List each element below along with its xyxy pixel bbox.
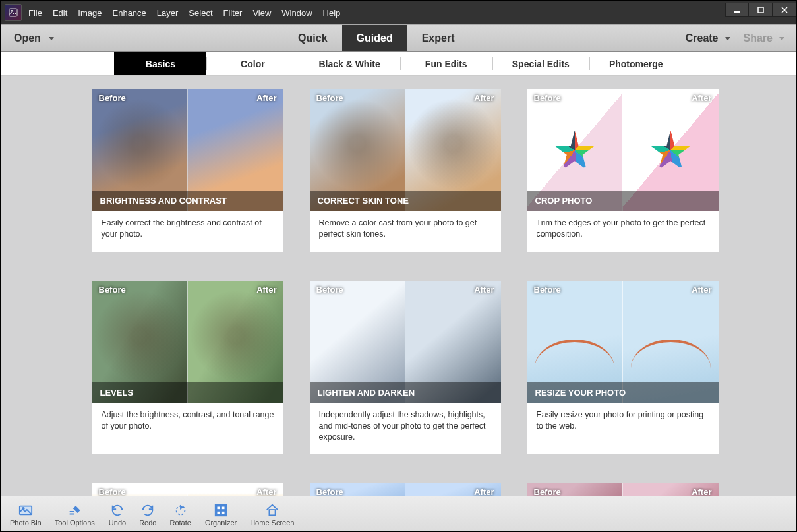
card-thumbnail: BeforeAfterCORRECT SKIN TONE bbox=[310, 89, 501, 211]
svg-rect-12 bbox=[217, 510, 221, 514]
card-title: CORRECT SKIN TONE bbox=[318, 196, 493, 206]
after-label: After bbox=[692, 285, 711, 295]
card-description: Easily correct the brightness and contra… bbox=[92, 211, 283, 252]
guided-card[interactable]: BeforeAfterRESIZE YOUR PHOTOEasily resiz… bbox=[527, 281, 719, 455]
guided-card[interactable]: BeforeAfterCROP PHOTOTrim the edges of y… bbox=[527, 89, 719, 252]
tool-options-icon bbox=[67, 503, 82, 517]
menu-edit[interactable]: Edit bbox=[53, 8, 67, 18]
guided-card[interactable]: BeforeAfterCORRECT SKIN TONERemove a col… bbox=[310, 89, 501, 252]
guided-card[interactable]: BeforeAfterLIGHTEN AND DARKENIndependent… bbox=[310, 281, 501, 455]
photo-bin-label: Photo Bin bbox=[10, 519, 42, 527]
photo-bin-icon bbox=[18, 503, 34, 517]
card-thumbnail: BeforeAfterCROP PHOTO bbox=[527, 89, 719, 211]
card-description: Adjust the brightness, contrast, and ton… bbox=[92, 403, 283, 444]
menu-view[interactable]: View bbox=[252, 8, 271, 18]
open-menu[interactable]: Open bbox=[1, 32, 67, 44]
tool-options-label: Tool Options bbox=[55, 519, 95, 527]
mode-guided[interactable]: Guided bbox=[342, 25, 407, 51]
organizer-icon bbox=[213, 503, 229, 517]
menu-filter[interactable]: Filter bbox=[223, 8, 243, 18]
subtab-fun-edits[interactable]: Fun Edits bbox=[400, 52, 492, 75]
create-menu[interactable]: Create bbox=[686, 32, 730, 44]
card-description: Easily resize your photo for printing or… bbox=[527, 403, 719, 444]
menu-bar: FileEditImageEnhanceLayerSelectFilterVie… bbox=[28, 8, 340, 18]
rotate-label: Rotate bbox=[169, 519, 191, 527]
chevron-down-icon bbox=[49, 37, 54, 40]
card-thumbnail: BeforeAfter bbox=[310, 483, 501, 496]
after-label: After bbox=[474, 93, 494, 103]
rotate-button[interactable]: Rotate bbox=[164, 503, 196, 527]
after-label: After bbox=[692, 93, 711, 103]
top-toolbar: Open QuickGuidedExpert Create Share bbox=[1, 24, 796, 52]
card-thumbnail: BeforeAfterLEVELS bbox=[92, 281, 283, 403]
toolbar-right: Create Share bbox=[686, 32, 796, 44]
home-screen-label: Home Screen bbox=[250, 519, 294, 527]
before-label: Before bbox=[534, 487, 561, 496]
after-label: After bbox=[692, 487, 711, 496]
after-label: After bbox=[256, 285, 276, 295]
home-screen-button[interactable]: Home Screen bbox=[245, 503, 299, 527]
subtab-color[interactable]: Color bbox=[206, 52, 299, 75]
redo-button[interactable]: Redo bbox=[134, 503, 162, 527]
after-label: After bbox=[256, 93, 276, 103]
after-label: After bbox=[474, 285, 494, 295]
menu-window[interactable]: Window bbox=[281, 8, 312, 18]
chevron-down-icon bbox=[779, 37, 784, 40]
card-title: LEVELS bbox=[100, 388, 276, 398]
before-label: Before bbox=[99, 487, 126, 496]
menu-help[interactable]: Help bbox=[323, 8, 341, 18]
bottom-toolbar: Photo BinTool OptionsUndoRedoRotateOrgan… bbox=[1, 496, 796, 532]
guided-card[interactable]: BeforeAfterLEVELSAdjust the brightness, … bbox=[92, 281, 283, 455]
redo-label: Redo bbox=[139, 519, 156, 527]
svg-rect-14 bbox=[269, 510, 275, 515]
subtab-black-white[interactable]: Black & White bbox=[299, 52, 399, 75]
subtab-basics[interactable]: Basics bbox=[114, 52, 206, 75]
undo-icon bbox=[109, 503, 125, 517]
before-label: Before bbox=[316, 93, 343, 103]
menu-file[interactable]: File bbox=[28, 8, 42, 18]
menu-enhance[interactable]: Enhance bbox=[113, 8, 146, 18]
svg-rect-11 bbox=[221, 506, 225, 510]
organizer-label: Organizer bbox=[205, 519, 237, 527]
subtab-special-edits[interactable]: Special Edits bbox=[492, 52, 589, 75]
before-label: Before bbox=[316, 285, 343, 295]
svg-rect-10 bbox=[217, 506, 221, 510]
menu-select[interactable]: Select bbox=[189, 8, 212, 18]
guided-grid: BeforeAfterBRIGHTNESS AND CONTRASTEasily… bbox=[73, 89, 737, 496]
tool-options-button[interactable]: Tool Options bbox=[49, 503, 100, 527]
chevron-down-icon bbox=[725, 37, 730, 40]
svg-rect-3 bbox=[758, 7, 763, 13]
svg-rect-13 bbox=[221, 510, 225, 514]
photo-bin-button[interactable]: Photo Bin bbox=[5, 503, 47, 527]
menu-layer[interactable]: Layer bbox=[157, 8, 179, 18]
before-label: Before bbox=[534, 285, 561, 295]
organizer-button[interactable]: Organizer bbox=[200, 503, 242, 527]
undo-button[interactable]: Undo bbox=[103, 503, 131, 527]
svg-point-1 bbox=[11, 10, 13, 11]
guided-card[interactable]: BeforeAfterBRIGHTNESS AND CONTRASTEasily… bbox=[92, 89, 283, 252]
card-title: BRIGHTNESS AND CONTRAST bbox=[100, 196, 276, 206]
guided-card[interactable]: BeforeAfter bbox=[310, 483, 501, 496]
card-description: Independently adjust the shadows, highli… bbox=[310, 403, 501, 455]
guided-card[interactable]: BeforeAfter bbox=[92, 483, 283, 496]
maximize-button[interactable] bbox=[749, 3, 773, 17]
menu-image[interactable]: Image bbox=[78, 8, 102, 18]
guided-scroll[interactable]: BeforeAfterBRIGHTNESS AND CONTRASTEasily… bbox=[1, 76, 796, 496]
minimize-button[interactable] bbox=[725, 3, 749, 17]
card-description: Trim the edges of your photo to get the … bbox=[527, 211, 719, 252]
before-label: Before bbox=[534, 93, 561, 103]
share-menu[interactable]: Share bbox=[744, 32, 784, 44]
mode-quick[interactable]: Quick bbox=[283, 25, 341, 51]
before-label: Before bbox=[99, 93, 126, 103]
card-title: LIGHTEN AND DARKEN bbox=[318, 388, 493, 398]
guided-card[interactable]: BeforeAfter bbox=[527, 483, 719, 496]
window-controls bbox=[725, 8, 796, 17]
mode-expert[interactable]: Expert bbox=[407, 25, 469, 51]
category-tabs: BasicsColorBlack & WhiteFun EditsSpecial… bbox=[1, 52, 796, 76]
card-description: Remove a color cast from your photo to g… bbox=[310, 211, 501, 252]
subtab-photomerge[interactable]: Photomerge bbox=[589, 52, 683, 75]
rotate-icon bbox=[173, 503, 189, 517]
close-button[interactable] bbox=[773, 3, 796, 17]
create-label: Create bbox=[686, 32, 719, 44]
card-thumbnail: BeforeAfterBRIGHTNESS AND CONTRAST bbox=[92, 89, 283, 211]
